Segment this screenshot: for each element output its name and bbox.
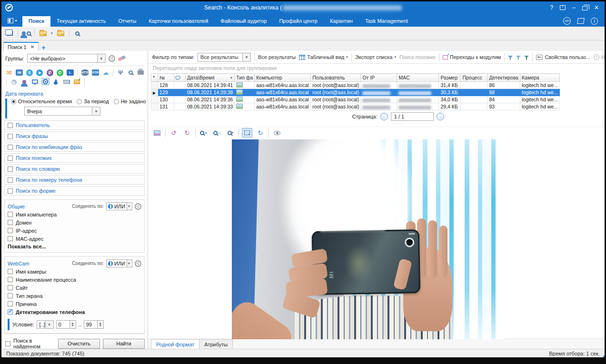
filter-funnel-apply-icon[interactable] [524,56,529,59]
webcam-item-4[interactable]: Причина [8,300,141,308]
telegram-icon[interactable]: ➤ [36,69,43,76]
close-button[interactable]: ✕ [594,4,599,11]
prev-page-button[interactable]: ← [380,113,388,120]
item-checkbox[interactable] [8,293,13,298]
item-checkbox[interactable] [8,285,13,290]
spinner-arrows-icon[interactable]: ▲▼ [97,321,103,328]
filter-section-0[interactable]: Пользователь [4,120,145,130]
menu-tab-5[interactable]: Профайл центр [273,16,323,27]
column-header-process[interactable]: Процесс [461,74,487,82]
date-option-1[interactable]: За период [77,98,109,104]
chevron-down-icon[interactable]: ▾ [51,31,53,35]
menu-tab-2[interactable]: Отчеты [112,16,142,27]
find-button[interactable]: Найти [103,339,145,349]
webcam-item-0[interactable]: Имя камеры: [8,267,141,275]
filter-section-1[interactable]: Поиск фразы [4,131,145,141]
show-all-link[interactable]: Показать все... [8,244,141,249]
webcam-item-5[interactable]: Детектирование телефона [8,308,141,316]
all-results-button[interactable]: Все результаты [258,54,296,60]
search-by-id-button[interactable] [72,29,83,38]
groups-select[interactable]: <Не выбрано> [27,54,106,63]
go-to-modules-button[interactable]: Переходы к модулям [443,54,501,60]
export-query-button[interactable] [38,29,48,38]
filter-checkbox[interactable] [8,177,13,183]
info-icon[interactable]: i [591,18,598,25]
menu-tab-4[interactable]: Файловый аудитор [214,16,273,27]
item-checkbox[interactable] [8,236,13,241]
lync-icon[interactable]: L [67,69,74,76]
zoom-level-button[interactable]: ▾ [225,128,236,138]
filter-checkbox[interactable] [8,123,13,128]
window-pin-button[interactable] [560,5,566,10]
item-checkbox[interactable] [8,212,13,217]
time-icon[interactable]: ◷ [10,78,18,85]
table-view-button[interactable]: Табличный вид▾ [299,54,348,60]
view-mode-button[interactable] [272,128,282,138]
condition-operator-select[interactable]: [..] [37,320,54,329]
ftp-icon[interactable]: FTP [92,69,99,76]
gear-icon[interactable] [135,203,141,210]
column-header-mac[interactable]: MAC [397,74,439,82]
monitor-icon[interactable] [32,79,38,84]
next-page-button[interactable]: → [437,113,444,120]
item-checkbox[interactable] [8,277,13,282]
user-search-button[interactable] [21,29,31,38]
restore-button[interactable] [582,6,587,10]
menu-tab-7[interactable]: Task Management [359,16,414,27]
filter-by-type-select[interactable]: Все результаты [198,53,251,62]
user-activity-icon[interactable] [22,80,26,84]
im-icon[interactable]: IM [16,69,23,76]
condition-from-spinner[interactable]: 0 ▲▼ [56,320,76,329]
date-option-2[interactable]: Не задано [114,98,146,104]
table-row-130[interactable]: 13008.06.2021 14:39:36aas-w81x64ru.aas.l… [151,96,560,103]
files-icon[interactable] [74,79,80,84]
period-select[interactable]: Вчера [24,107,100,116]
rotate-left-button[interactable]: ↺ [169,128,179,138]
filter-section-5[interactable]: Поиск по номеру телефона [4,175,145,185]
date-option-0[interactable]: Относительное время [11,98,72,104]
gear-icon[interactable] [109,55,115,62]
save-image-button[interactable] [152,128,162,138]
table-row-128[interactable]: 12808.06.2021 14:39:41aas-w81x64ru.aas.l… [151,82,560,89]
item-checkbox[interactable] [8,228,13,233]
menu-tab-3[interactable]: Карточки пользователей [142,16,214,27]
menu-tab-6[interactable]: Карантин [324,16,359,27]
eraser-icon[interactable] [118,55,126,61]
column-header-datetime[interactable]: Дата\Время▼ [186,74,235,82]
item-checkbox[interactable] [8,269,13,274]
gear-icon[interactable] [135,260,141,267]
item-checkbox[interactable] [8,301,13,306]
clear-button[interactable]: Очистить [58,339,100,349]
webcam-snapshot[interactable]: MI [232,139,504,339]
filter-section-6[interactable]: Поиск по форме [4,186,145,196]
microphone-icon[interactable] [55,79,57,84]
table-row-129[interactable]: ▶12908.06.2021 14:39:38aas-w81x64ru.aas.… [151,89,560,96]
column-header-camera[interactable]: Камера [520,74,559,82]
column-header-detected[interactable]: Детектирова [487,74,520,82]
common-item-1[interactable]: Домен [8,218,141,226]
filter-funnel-clear-icon[interactable] [516,56,521,59]
column-header-marker[interactable]: * [151,74,158,82]
spinner-arrows-icon[interactable]: ▲▼ [70,321,76,328]
filter-funnel-icon[interactable] [508,56,513,59]
common-item-2[interactable]: IP-адрес [8,226,141,235]
common-item-3[interactable]: MAC-адрес [8,235,141,243]
search-similar-button[interactable]: Поиск похожих [399,54,436,60]
menu-tab-0[interactable]: Поиск [22,16,50,27]
keylogger-icon[interactable] [63,80,70,84]
viber-icon[interactable]: ✆ [47,69,53,76]
zoom-out-button[interactable]: − [212,128,222,138]
condition-to-spinner[interactable]: 99 ▲▼ [84,320,104,329]
join-select[interactable]: ИЛИ ▾ [106,202,132,210]
rotate-right-button[interactable]: ↻ [182,128,192,138]
mail-icon[interactable]: ✉ [5,69,13,76]
close-tab-icon[interactable]: ✕ [30,44,34,49]
user-properties-button[interactable]: Свойства пользо... [536,54,590,60]
table-row-131[interactable]: 13108.06.2021 14:39:33aas-w81x64ru.aas.l… [151,103,560,110]
printer-icon[interactable] [138,70,144,75]
menu-tab-1[interactable]: Текущая активность [50,16,112,27]
column-header-ip[interactable]: От IP [361,74,397,82]
column-header-tag[interactable] [174,74,186,82]
attributes-tab[interactable]: Атрибуты [199,339,233,349]
page-number-input[interactable]: 1 / 1 [391,112,434,121]
